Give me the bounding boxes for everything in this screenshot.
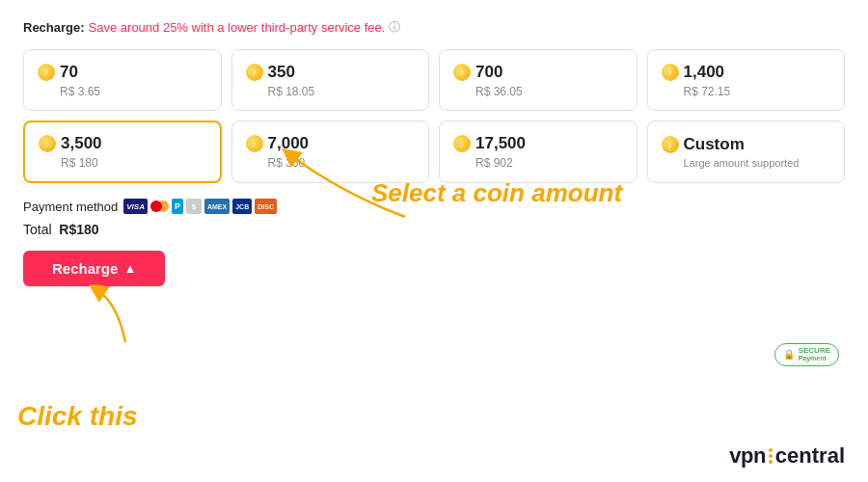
payment-method-label: Payment method [23, 200, 118, 214]
lock-icon: 🔒 [783, 349, 795, 360]
vpn-logo: vpn central [729, 443, 845, 469]
coin-grid: ♪ 70 R$ 3.65 ♪ 350 R$ 18.05 ♪ 700 R$ 36.… [23, 49, 845, 183]
coin-icon: ♪ [246, 135, 263, 152]
coin-option-custom[interactable]: ♪ Custom Large amount supported [647, 120, 846, 183]
coin-option-3500[interactable]: ♪ 3,500 R$ 180 [23, 120, 222, 183]
coin-icon: ♪ [453, 64, 471, 81]
payment-section: Payment method VISA P $ AMEX JCB DISC [23, 199, 845, 214]
click-annotation: Click this [17, 401, 137, 432]
coin-option-700[interactable]: ♪ 700 R$ 36.05 [439, 49, 637, 111]
secure-label: SECURE [799, 347, 830, 356]
bank-icon: $ [186, 199, 202, 214]
coin-price: R$ 3.65 [60, 85, 207, 98]
recharge-button[interactable]: Recharge ▲ [23, 251, 165, 286]
mastercard-icon [150, 201, 169, 212]
coin-icon: ♪ [246, 64, 263, 81]
paypal-icon: P [172, 199, 183, 214]
coin-icon: ♪ [453, 135, 471, 152]
payment-method-row: Payment method VISA P $ AMEX JCB DISC [23, 199, 845, 214]
save-text: Save around 25% with a lower third-party… [89, 20, 386, 35]
coin-option-350[interactable]: ♪ 350 R$ 18.05 [231, 49, 430, 111]
coin-option-7000[interactable]: ♪ 7,000 R$ 360 [231, 120, 430, 183]
total-amount: R$180 [59, 222, 98, 237]
recharge-label: Recharge: [23, 20, 85, 35]
coin-price: R$ 18.05 [268, 85, 416, 98]
coin-amount: 3,500 [61, 134, 102, 153]
recharge-arrow-icon: ▲ [123, 261, 136, 276]
coin-amount: 17,500 [475, 134, 526, 153]
coin-price: R$ 360 [268, 156, 416, 170]
total-label: Total [23, 222, 52, 237]
jcb-icon: JCB [232, 199, 252, 214]
coin-amount: Custom [684, 135, 745, 154]
coin-icon: ♪ [38, 64, 55, 81]
coin-price: R$ 72.15 [684, 85, 831, 98]
vpn-dots [769, 448, 773, 464]
coin-price: R$ 180 [61, 156, 206, 170]
coin-icon: ♪ [39, 135, 56, 152]
recharge-button-label: Recharge [52, 260, 118, 277]
vpn-text: vpn [729, 443, 766, 469]
main-container: Recharge: Save around 25% with a lower t… [0, 0, 868, 302]
coin-icon: ♪ [662, 136, 679, 153]
coin-amount: 350 [268, 63, 295, 82]
secure-payment-badge: 🔒 SECURE Payment [774, 343, 839, 366]
payment-sublabel: Payment [799, 355, 830, 362]
discover-icon: DISC [255, 199, 277, 214]
central-text: central [775, 443, 845, 469]
recharge-header: Recharge: Save around 25% with a lower t… [23, 19, 845, 36]
total-row: Total R$180 [23, 222, 845, 237]
coin-price: R$ 902 [475, 156, 623, 170]
amex-icon: AMEX [204, 199, 230, 214]
coin-option-1400[interactable]: ♪ 1,400 R$ 72.15 [647, 49, 846, 111]
coin-price-custom: Large amount supported [684, 157, 831, 169]
info-icon[interactable]: ⓘ [389, 19, 400, 36]
coin-option-70[interactable]: ♪ 70 R$ 3.65 [23, 49, 222, 111]
coin-amount: 70 [60, 63, 78, 82]
visa-icon: VISA [123, 199, 148, 214]
payment-icons: VISA P $ AMEX JCB DISC [123, 199, 277, 214]
coin-price: R$ 36.05 [475, 85, 623, 98]
coin-amount: 700 [475, 63, 502, 82]
coin-option-17500[interactable]: ♪ 17,500 R$ 902 [439, 120, 637, 183]
coin-icon: ♪ [662, 64, 679, 81]
coin-amount: 7,000 [268, 134, 310, 153]
coin-amount: 1,400 [684, 63, 725, 82]
